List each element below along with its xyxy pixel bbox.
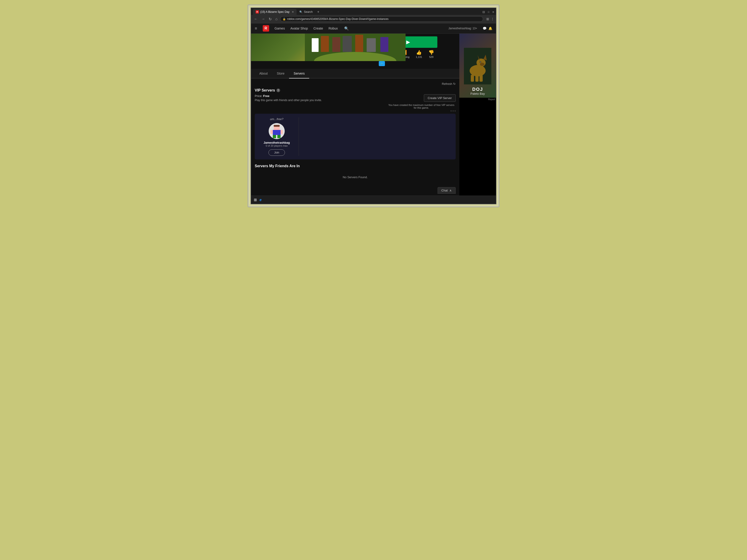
forward-btn[interactable]: →	[260, 17, 266, 22]
chat-nav-icon[interactable]: 💬	[483, 27, 487, 30]
price-value: Free	[263, 94, 269, 98]
nav-robux[interactable]: Robux	[328, 27, 338, 30]
servers-header: Refresh ↻	[255, 82, 456, 85]
svg-rect-5	[343, 36, 352, 52]
ad-image[interactable]: DOJ Paleto Bay	[459, 34, 496, 98]
price-line: Price: Free	[255, 94, 387, 98]
svg-rect-26	[475, 75, 479, 82]
address-bar[interactable]: 🔒 roblox.com/games/4349852059/A-Bizarre-…	[280, 16, 483, 22]
search-tab-icon: 🔍	[299, 10, 303, 14]
tab-about[interactable]: About	[255, 69, 272, 78]
refresh-icon: ↻	[453, 82, 456, 85]
chat-btn[interactable]: Chat ∧	[438, 187, 456, 194]
vip-server-card: um...free?	[255, 114, 456, 159]
extensions-btn[interactable]: ⊞	[486, 17, 489, 21]
settings-btn[interactable]: ⋮	[491, 17, 494, 21]
nav-avatar-shop[interactable]: Avatar Shop	[290, 27, 308, 30]
chat-area: Chat ∧	[251, 187, 459, 195]
svg-rect-27	[480, 75, 483, 82]
roblox-navbar: ≡ R Games Avatar Shop Create Robux 🔍 Jam…	[251, 23, 496, 34]
start-btn[interactable]: ⊞	[254, 198, 257, 202]
price-label: Price:	[255, 94, 262, 98]
svg-rect-12	[273, 130, 281, 135]
join-server-btn[interactable]: Join	[268, 150, 285, 156]
tab-bar: R (15) A Bizarre Spec Day ✕ 🔍 Search + ⊟…	[251, 8, 496, 15]
svg-rect-3	[321, 36, 329, 52]
notifications-icon[interactable]: 🔔	[488, 27, 492, 30]
svg-rect-11	[274, 125, 280, 127]
search-tab-label: Search	[304, 10, 313, 14]
nav-username: Jamesthetrashbag: 13+	[448, 27, 477, 30]
svg-rect-14	[277, 135, 281, 138]
create-vip-btn[interactable]: Create VIP Server	[424, 94, 456, 102]
home-btn[interactable]: ⌂	[274, 17, 279, 22]
game-banner	[251, 34, 376, 61]
bookmark-icon[interactable]: ☆	[487, 10, 490, 14]
sidebar-icon[interactable]: ⊟	[483, 10, 485, 14]
server-name: um...free?	[270, 117, 284, 121]
tab-servers[interactable]: Servers	[289, 69, 309, 78]
svg-rect-25	[471, 75, 474, 82]
refresh-btn[interactable]: ↻	[267, 17, 273, 22]
server-players: 0 of 20 players max	[266, 144, 288, 147]
tab-close-btn[interactable]: ✕	[292, 10, 294, 14]
taskbar: ⊞ e	[251, 195, 496, 204]
max-servers-msg: You have created the maximum number of f…	[387, 104, 456, 109]
tab-title: (15) A Bizarre Spec Day	[260, 10, 289, 14]
no-servers-msg: No Servers Found.	[255, 171, 456, 184]
sidebar-ad: DOJ Paleto Bay Report	[459, 34, 496, 195]
servers-content: Refresh ↻ VIP Servers ?	[251, 78, 459, 187]
ie-icon[interactable]: e	[260, 198, 262, 202]
nav-create[interactable]: Create	[313, 27, 323, 30]
svg-rect-4	[332, 37, 340, 52]
back-btn[interactable]: ←	[253, 17, 259, 22]
vip-section: VIP Servers ? Price: Free Play this game…	[255, 88, 456, 159]
ad-report[interactable]: Report	[459, 98, 496, 101]
svg-point-18	[470, 65, 486, 76]
tab-favicon: R	[256, 10, 259, 14]
browser-chrome: R (15) A Bizarre Spec Day ✕ 🔍 Search + ⊟…	[251, 8, 496, 23]
vip-title-text: VIP Servers	[255, 88, 275, 92]
new-tab-btn[interactable]: +	[315, 10, 321, 14]
search-tab[interactable]: 🔍 Search	[297, 9, 315, 15]
search-icon[interactable]: 🔍	[344, 26, 349, 31]
twitter-badge[interactable]: 🐦	[379, 61, 385, 66]
monitor-frame: R (15) A Bizarre Spec Day ✕ 🔍 Search + ⊟…	[248, 5, 499, 207]
svg-rect-2	[312, 38, 318, 52]
game-main: ▶ ★ Favorited 📶 Following	[251, 34, 459, 195]
svg-rect-6	[355, 35, 363, 52]
vip-desc: Play this game with friends and other pe…	[255, 99, 387, 102]
svg-point-22	[480, 63, 485, 66]
refresh-label: Refresh	[442, 82, 452, 85]
svg-rect-7	[367, 38, 376, 52]
main-content: ▶ ★ Favorited 📶 Following	[251, 34, 496, 195]
nav-games[interactable]: Games	[275, 27, 285, 30]
svg-rect-16	[281, 130, 283, 134]
browser-actions: ⊞ ⋮	[486, 17, 494, 21]
page-tabs: About Store Servers	[251, 69, 459, 78]
svg-rect-15	[271, 130, 273, 134]
roblox-logo: R	[263, 25, 269, 32]
browser-controls: ← → ↻ ⌂ 🔒 roblox.com/games/4349852059/A-…	[251, 15, 496, 23]
url-text: roblox.com/games/4349852059/A-Bizarre-Sp…	[287, 18, 389, 21]
player-avatar	[269, 123, 285, 139]
refresh-servers-btn[interactable]: Refresh ↻	[442, 82, 456, 85]
chat-collapse-icon: ∧	[449, 189, 452, 192]
server-left: um...free?	[258, 117, 295, 156]
tab-store[interactable]: Store	[272, 69, 289, 78]
server-username: Jamesthetrashbag	[264, 141, 290, 144]
menu-icon[interactable]: ≡	[492, 10, 494, 14]
hamburger-menu[interactable]: ≡	[255, 26, 257, 31]
server-options-dots: • • •	[255, 109, 456, 113]
server-divider	[299, 117, 299, 156]
ad-title: DOJ	[472, 87, 483, 92]
help-icon[interactable]: ?	[277, 88, 280, 92]
ad-subtitle: Paleto Bay	[470, 92, 485, 96]
active-tab[interactable]: R (15) A Bizarre Spec Day ✕	[253, 9, 297, 15]
friends-section: Servers My Friends Are In No Servers Fou…	[255, 164, 456, 184]
svg-rect-13	[273, 135, 276, 138]
chat-label: Chat	[441, 189, 448, 192]
svg-point-24	[480, 62, 481, 62]
screen: R (15) A Bizarre Spec Day ✕ 🔍 Search + ⊟…	[251, 7, 496, 204]
vip-info: Price: Free Play this game with friends …	[255, 94, 387, 104]
